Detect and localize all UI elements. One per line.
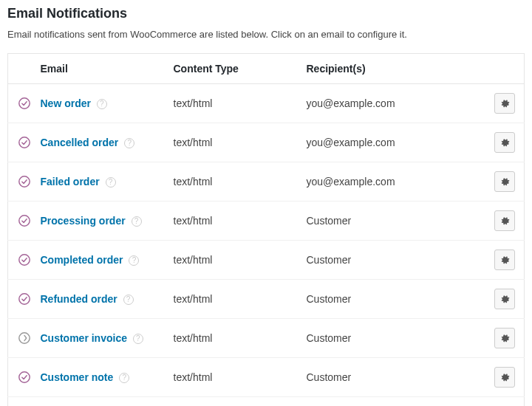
table-row: Customer note ? text/html Customer xyxy=(8,358,525,397)
gear-icon xyxy=(499,254,510,266)
email-name-link[interactable]: Completed order xyxy=(41,254,123,266)
table-row: New order ? text/html you@example.com xyxy=(8,84,525,123)
recipients-cell: Customer xyxy=(299,319,488,358)
content-type-cell: text/html xyxy=(166,202,299,241)
email-name-link[interactable]: Processing order xyxy=(41,215,126,227)
help-icon[interactable]: ? xyxy=(97,99,107,109)
help-icon[interactable]: ? xyxy=(106,177,116,187)
svg-point-3 xyxy=(19,216,30,226)
gear-icon xyxy=(499,215,510,227)
status-enabled-icon xyxy=(18,214,31,226)
recipients-cell: you@example.com xyxy=(299,123,488,162)
help-icon[interactable]: ? xyxy=(123,295,134,305)
gear-icon xyxy=(499,293,510,306)
table-row: Reset password ? text/html Customer xyxy=(8,397,525,407)
status-manual-icon xyxy=(18,331,31,343)
svg-point-7 xyxy=(19,372,30,382)
status-enabled-icon xyxy=(18,371,31,382)
email-name-link[interactable]: Customer note xyxy=(41,371,114,383)
configure-button[interactable] xyxy=(494,132,515,153)
table-row: Completed order ? text/html Customer xyxy=(8,241,525,280)
table-row: Failed order ? text/html you@example.com xyxy=(8,162,525,202)
page-description: Email notifications sent from WooCommerc… xyxy=(7,29,525,40)
content-type-cell: text/html xyxy=(166,280,299,319)
help-icon[interactable]: ? xyxy=(119,373,129,383)
configure-button[interactable] xyxy=(494,171,515,192)
gear-icon xyxy=(499,137,510,149)
configure-button[interactable] xyxy=(494,367,515,388)
recipients-cell: Customer xyxy=(299,397,488,407)
email-name-link[interactable]: Failed order xyxy=(41,176,100,187)
col-content-type-header: Content Type xyxy=(166,54,299,84)
table-row: Refunded order ? text/html Customer xyxy=(8,280,525,319)
content-type-cell: text/html xyxy=(166,319,299,358)
content-type-cell: text/html xyxy=(166,358,299,397)
help-icon[interactable]: ? xyxy=(129,255,139,266)
recipients-cell: Customer xyxy=(299,202,488,241)
col-email-header: Email xyxy=(41,54,166,84)
help-icon[interactable]: ? xyxy=(132,216,142,227)
content-type-cell: text/html xyxy=(166,397,299,407)
recipients-cell: Customer xyxy=(299,358,488,397)
col-actions-header xyxy=(487,54,525,84)
configure-button[interactable] xyxy=(494,210,515,231)
svg-point-6 xyxy=(19,333,30,343)
page-title: Email Notifications xyxy=(7,6,525,21)
status-enabled-icon xyxy=(18,175,31,187)
col-recipients-header: Recipient(s) xyxy=(299,54,488,84)
email-name-link[interactable]: Refunded order xyxy=(41,293,117,305)
recipients-cell: you@example.com xyxy=(299,162,488,202)
svg-point-2 xyxy=(19,176,30,187)
recipients-cell: you@example.com xyxy=(299,84,488,123)
table-row: Customer invoice ? text/html Customer xyxy=(8,319,525,358)
email-name-link[interactable]: Customer invoice xyxy=(41,332,127,344)
gear-icon xyxy=(499,97,510,110)
svg-point-4 xyxy=(19,255,30,265)
configure-button[interactable] xyxy=(494,289,515,309)
svg-point-0 xyxy=(19,98,30,109)
configure-button[interactable] xyxy=(494,93,515,114)
email-name-link[interactable]: New order xyxy=(41,97,91,109)
table-row: Cancelled order ? text/html you@example.… xyxy=(8,123,525,162)
content-type-cell: text/html xyxy=(166,241,299,280)
gear-icon xyxy=(499,176,510,188)
gear-icon xyxy=(499,332,510,345)
recipients-cell: Customer xyxy=(299,241,488,280)
email-notifications-table: Email Content Type Recipient(s) New orde… xyxy=(7,53,525,406)
col-status-header xyxy=(8,54,41,84)
help-icon[interactable]: ? xyxy=(124,138,134,148)
status-enabled-icon xyxy=(18,253,31,265)
content-type-cell: text/html xyxy=(166,123,299,162)
svg-point-1 xyxy=(19,137,30,148)
status-enabled-icon xyxy=(18,136,31,148)
gear-icon xyxy=(499,371,510,384)
configure-button[interactable] xyxy=(494,328,515,348)
table-row: Processing order ? text/html Customer xyxy=(8,202,525,241)
configure-button[interactable] xyxy=(494,250,515,270)
email-name-link[interactable]: Cancelled order xyxy=(41,137,119,148)
recipients-cell: Customer xyxy=(299,280,488,319)
help-icon[interactable]: ? xyxy=(133,334,143,344)
status-enabled-icon xyxy=(18,97,31,109)
content-type-cell: text/html xyxy=(166,162,299,202)
content-type-cell: text/html xyxy=(166,84,299,123)
status-enabled-icon xyxy=(18,292,31,304)
svg-point-5 xyxy=(19,294,30,304)
